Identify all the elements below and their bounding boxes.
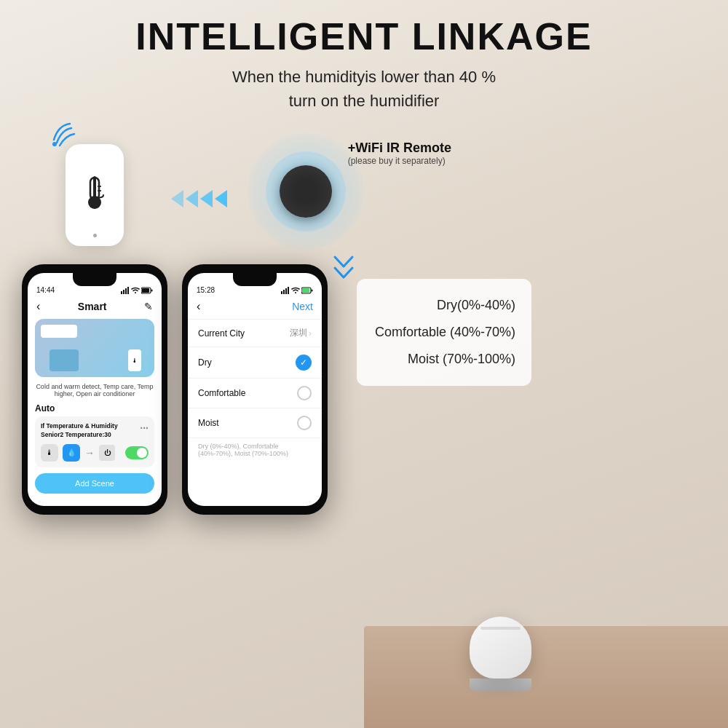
humidity-level-1: Dry(0%-40%) xyxy=(373,292,515,319)
humidity-level-3: Moist (70%-100%) xyxy=(373,346,515,373)
dry-label: Dry xyxy=(198,357,212,368)
humidity-info-panel: Dry(0%-40%) Comfortable (40%-70%) Moist … xyxy=(357,279,531,386)
dry-check-icon: ✓ xyxy=(296,355,312,371)
phone1-auto-title-text: If Temperature & Humidity Senior2 Temper… xyxy=(41,422,140,440)
ir-circle-outer xyxy=(248,133,364,250)
phone-1: 14:44 ‹ Smart ✎ 🌡 Cold and warm d xyxy=(22,264,167,515)
add-scene-button[interactable]: Add Scene xyxy=(35,473,154,494)
battery-icon-2 xyxy=(301,287,313,294)
svg-rect-18 xyxy=(302,288,309,293)
phone1-caption: Cold and warm detect, Temp care, Temp hi… xyxy=(28,380,162,400)
phone2-time: 15:28 xyxy=(197,286,215,294)
phone-2: 15:28 ‹ Next Current City 深圳 › xyxy=(182,264,328,515)
sensor-device xyxy=(44,130,124,246)
edit-icon[interactable]: ✎ xyxy=(144,301,153,312)
ir-remote-title: +WiFi IR Remote xyxy=(348,141,451,156)
toggle-switch[interactable] xyxy=(125,446,149,459)
svg-rect-15 xyxy=(285,288,287,294)
svg-rect-7 xyxy=(123,290,124,294)
arrow-section xyxy=(167,184,233,213)
phone1-time: 14:44 xyxy=(36,286,55,294)
svg-rect-14 xyxy=(283,290,285,294)
speaker-body xyxy=(470,617,531,678)
svg-rect-6 xyxy=(121,291,122,294)
svg-rect-9 xyxy=(127,287,129,294)
phone1-automation-card: If Temperature & Humidity Senior2 Temper… xyxy=(35,416,154,467)
moist-row[interactable]: Moist xyxy=(188,408,322,438)
speaker-base xyxy=(470,678,531,692)
arrows-svg xyxy=(167,184,233,213)
table-surface xyxy=(364,626,728,728)
flow-arrow-icon: → xyxy=(84,447,95,459)
main-title: INTELLIGENT LINKAGE xyxy=(15,16,713,58)
sensor-body xyxy=(66,144,124,246)
comfortable-row[interactable]: Comfortable xyxy=(188,379,322,408)
phone-2-notch xyxy=(233,273,277,286)
moist-radio[interactable] xyxy=(297,416,312,430)
back-arrow-icon[interactable]: ‹ xyxy=(36,300,40,313)
sensor-dot xyxy=(93,234,97,237)
phone1-auto-label: Auto xyxy=(28,400,162,415)
subtitle: When the humidityis lower than 40 % turn… xyxy=(15,65,713,113)
comfortable-label: Comfortable xyxy=(198,388,245,398)
humidity-icon-box: 💧 xyxy=(63,444,80,462)
smart-speaker xyxy=(470,617,531,692)
current-city-label: Current City xyxy=(198,328,245,339)
humidity-level-2: Comfortable (40%-70%) xyxy=(373,319,515,346)
dry-row[interactable]: Dry ✓ xyxy=(188,347,322,379)
current-city-text: 深圳 xyxy=(290,327,307,339)
ir-remote-label: +WiFi IR Remote (please buy it separatel… xyxy=(348,141,451,166)
ir-circle-inner xyxy=(280,165,332,218)
current-city-value: 深圳 › xyxy=(290,327,312,339)
signal-icon-2 xyxy=(281,287,290,294)
header: INTELLIGENT LINKAGE When the humidityis … xyxy=(0,0,728,119)
wifi-status-icon xyxy=(131,287,140,294)
ac-unit xyxy=(41,325,77,338)
speaker-ring xyxy=(480,627,521,630)
phone2-nav: ‹ Next xyxy=(188,297,322,320)
battery-icon xyxy=(141,287,153,294)
bed-area xyxy=(50,349,79,371)
svg-rect-11 xyxy=(142,288,149,293)
ir-remote-section: +WiFi IR Remote (please buy it separatel… xyxy=(248,133,364,250)
temp-icon-box: 🌡 xyxy=(41,444,58,462)
phone-1-notch xyxy=(73,273,116,286)
svg-rect-12 xyxy=(151,289,153,291)
moist-label: Moist xyxy=(198,418,219,428)
humidity-hint: Dry (0%-40%), Comfortable (40%-70%), Moi… xyxy=(188,438,322,462)
phone1-nav: ‹ Smart ✎ xyxy=(28,297,162,316)
phone2-back-icon[interactable]: ‹ xyxy=(197,300,200,313)
phone1-nav-title: Smart xyxy=(78,301,107,312)
outlet-icon-box: ⏻ xyxy=(99,445,115,461)
signal-icon xyxy=(121,287,130,294)
svg-rect-8 xyxy=(125,288,127,294)
ir-circle-mid xyxy=(266,151,346,232)
phone2-status-icons xyxy=(281,287,313,294)
phone-2-screen: 15:28 ‹ Next Current City 深圳 › xyxy=(188,273,322,506)
current-city-row[interactable]: Current City 深圳 › xyxy=(188,320,322,347)
phone1-room-image: 🌡 xyxy=(35,319,154,377)
bottom-section: 14:44 ‹ Smart ✎ 🌡 Cold and warm d xyxy=(0,250,728,515)
phone1-auto-icons: 🌡 💧 → ⏻ xyxy=(41,444,149,462)
chevron-right-icon: › xyxy=(309,328,312,339)
svg-rect-19 xyxy=(312,289,313,291)
ir-remote-sublabel: (please buy it separately) xyxy=(348,156,451,166)
svg-rect-13 xyxy=(281,291,282,294)
middle-section: +WiFi IR Remote (please buy it separatel… xyxy=(0,119,728,250)
phone-1-screen: 14:44 ‹ Smart ✎ 🌡 Cold and warm d xyxy=(28,273,162,506)
svg-point-0 xyxy=(52,142,57,146)
phone1-auto-title: If Temperature & Humidity Senior2 Temper… xyxy=(41,422,149,440)
svg-rect-16 xyxy=(288,287,289,294)
comfortable-radio[interactable] xyxy=(297,386,312,400)
more-options-icon[interactable]: ··· xyxy=(140,422,149,440)
wifi-status-icon-2 xyxy=(291,287,300,294)
subtitle-line1: When the humidityis lower than 40 % xyxy=(15,65,713,89)
sensor-small: 🌡 xyxy=(128,349,141,371)
thermometer-icon xyxy=(80,172,109,218)
phone1-status-icons xyxy=(121,287,153,294)
phone2-next-button[interactable]: Next xyxy=(292,301,313,312)
subtitle-line2: turn on the humidifier xyxy=(15,89,713,113)
